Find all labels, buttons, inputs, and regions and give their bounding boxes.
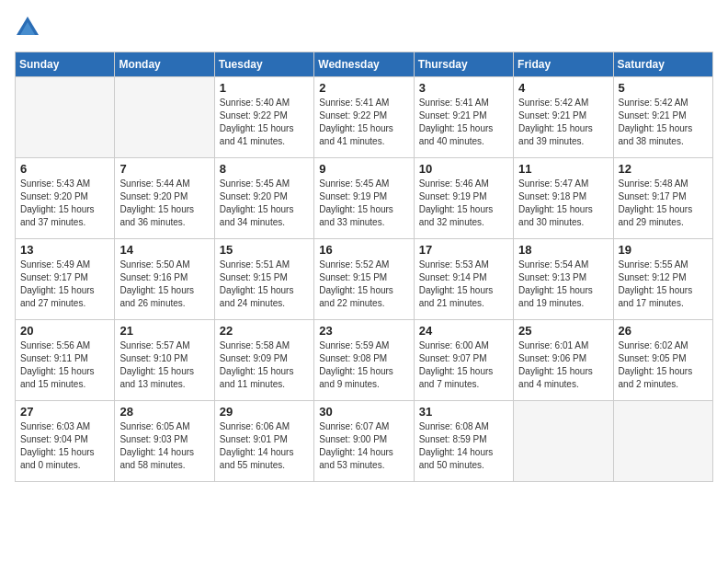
calendar-cell: 18Sunrise: 5:54 AM Sunset: 9:13 PM Dayli…: [514, 239, 613, 320]
day-number: 10: [419, 162, 508, 176]
weekday-header-sunday: Sunday: [16, 52, 115, 77]
day-info: Sunrise: 5:53 AM Sunset: 9:14 PM Dayligh…: [419, 259, 508, 310]
day-number: 5: [619, 81, 708, 95]
day-number: 3: [419, 81, 508, 95]
day-number: 30: [319, 405, 408, 419]
calendar-cell: 7Sunrise: 5:44 AM Sunset: 9:20 PM Daylig…: [115, 158, 214, 239]
day-info: Sunrise: 5:52 AM Sunset: 9:15 PM Dayligh…: [319, 259, 408, 310]
day-number: 22: [220, 324, 309, 338]
weekday-header-friday: Friday: [514, 52, 613, 77]
day-info: Sunrise: 5:58 AM Sunset: 9:09 PM Dayligh…: [220, 339, 309, 391]
day-info: Sunrise: 5:50 AM Sunset: 9:16 PM Dayligh…: [119, 259, 209, 310]
calendar-cell: 15Sunrise: 5:51 AM Sunset: 9:15 PM Dayli…: [214, 239, 313, 320]
day-info: Sunrise: 5:43 AM Sunset: 9:20 PM Dayligh…: [20, 178, 109, 229]
day-info: Sunrise: 6:07 AM Sunset: 9:00 PM Dayligh…: [319, 420, 408, 472]
day-number: 14: [119, 243, 209, 257]
day-number: 4: [518, 81, 608, 95]
day-info: Sunrise: 5:54 AM Sunset: 9:13 PM Dayligh…: [518, 259, 608, 310]
calendar-cell: 27Sunrise: 6:03 AM Sunset: 9:04 PM Dayli…: [16, 401, 115, 482]
calendar-cell: 9Sunrise: 5:45 AM Sunset: 9:19 PM Daylig…: [314, 158, 414, 239]
day-number: 16: [319, 243, 408, 257]
day-info: Sunrise: 6:00 AM Sunset: 9:07 PM Dayligh…: [419, 339, 508, 391]
week-row-2: 6Sunrise: 5:43 AM Sunset: 9:20 PM Daylig…: [16, 158, 713, 239]
day-number: 25: [518, 324, 608, 338]
week-row-3: 13Sunrise: 5:49 AM Sunset: 9:17 PM Dayli…: [16, 239, 713, 320]
day-number: 21: [119, 324, 209, 338]
calendar-cell: 23Sunrise: 5:59 AM Sunset: 9:08 PM Dayli…: [314, 320, 414, 401]
day-info: Sunrise: 5:40 AM Sunset: 9:22 PM Dayligh…: [220, 97, 309, 148]
day-number: 2: [319, 81, 408, 95]
day-number: 23: [319, 324, 408, 338]
calendar-cell: 19Sunrise: 5:55 AM Sunset: 9:12 PM Dayli…: [613, 239, 712, 320]
weekday-header-thursday: Thursday: [414, 52, 513, 77]
calendar-cell: 25Sunrise: 6:01 AM Sunset: 9:06 PM Dayli…: [514, 320, 613, 401]
weekday-header-wednesday: Wednesday: [314, 52, 414, 77]
day-info: Sunrise: 6:08 AM Sunset: 8:59 PM Dayligh…: [419, 420, 508, 472]
calendar-cell: 6Sunrise: 5:43 AM Sunset: 9:20 PM Daylig…: [16, 158, 115, 239]
calendar-cell: 2Sunrise: 5:41 AM Sunset: 9:22 PM Daylig…: [314, 77, 414, 158]
calendar-table: SundayMondayTuesdayWednesdayThursdayFrid…: [15, 52, 713, 482]
calendar-cell: [514, 401, 613, 482]
day-number: 8: [220, 162, 309, 176]
calendar-cell: [16, 77, 115, 158]
calendar-cell: 4Sunrise: 5:42 AM Sunset: 9:21 PM Daylig…: [514, 77, 613, 158]
calendar-cell: 24Sunrise: 6:00 AM Sunset: 9:07 PM Dayli…: [414, 320, 513, 401]
day-number: 15: [220, 243, 309, 257]
day-number: 9: [319, 162, 408, 176]
weekday-header-saturday: Saturday: [613, 52, 712, 77]
day-info: Sunrise: 5:59 AM Sunset: 9:08 PM Dayligh…: [319, 339, 408, 391]
calendar-cell: 8Sunrise: 5:45 AM Sunset: 9:20 PM Daylig…: [214, 158, 313, 239]
day-number: 31: [419, 405, 508, 419]
calendar-cell: 31Sunrise: 6:08 AM Sunset: 8:59 PM Dayli…: [414, 401, 513, 482]
day-info: Sunrise: 6:03 AM Sunset: 9:04 PM Dayligh…: [20, 420, 109, 472]
calendar-cell: [115, 77, 214, 158]
week-row-1: 1Sunrise: 5:40 AM Sunset: 9:22 PM Daylig…: [16, 77, 713, 158]
day-number: 11: [518, 162, 608, 176]
week-row-4: 20Sunrise: 5:56 AM Sunset: 9:11 PM Dayli…: [16, 320, 713, 401]
calendar-cell: 16Sunrise: 5:52 AM Sunset: 9:15 PM Dayli…: [314, 239, 414, 320]
day-info: Sunrise: 5:48 AM Sunset: 9:17 PM Dayligh…: [619, 178, 708, 229]
day-info: Sunrise: 5:55 AM Sunset: 9:12 PM Dayligh…: [619, 259, 708, 310]
calendar-cell: 21Sunrise: 5:57 AM Sunset: 9:10 PM Dayli…: [115, 320, 214, 401]
day-info: Sunrise: 5:41 AM Sunset: 9:21 PM Dayligh…: [419, 97, 508, 148]
calendar-cell: 13Sunrise: 5:49 AM Sunset: 9:17 PM Dayli…: [16, 239, 115, 320]
calendar-cell: 29Sunrise: 6:06 AM Sunset: 9:01 PM Dayli…: [214, 401, 313, 482]
day-info: Sunrise: 5:49 AM Sunset: 9:17 PM Dayligh…: [20, 259, 109, 310]
weekday-header-tuesday: Tuesday: [214, 52, 313, 77]
day-number: 17: [419, 243, 508, 257]
day-info: Sunrise: 5:56 AM Sunset: 9:11 PM Dayligh…: [20, 339, 109, 391]
logo-icon: [15, 15, 40, 40]
day-number: 28: [119, 405, 209, 419]
day-number: 6: [20, 162, 109, 176]
calendar-cell: 17Sunrise: 5:53 AM Sunset: 9:14 PM Dayli…: [414, 239, 513, 320]
calendar-cell: 14Sunrise: 5:50 AM Sunset: 9:16 PM Dayli…: [115, 239, 214, 320]
day-info: Sunrise: 5:45 AM Sunset: 9:20 PM Dayligh…: [220, 178, 309, 229]
calendar-cell: 26Sunrise: 6:02 AM Sunset: 9:05 PM Dayli…: [613, 320, 712, 401]
logo: [15, 15, 44, 40]
day-info: Sunrise: 6:02 AM Sunset: 9:05 PM Dayligh…: [619, 339, 708, 391]
day-number: 13: [20, 243, 109, 257]
day-info: Sunrise: 6:05 AM Sunset: 9:03 PM Dayligh…: [119, 420, 209, 472]
calendar-cell: 10Sunrise: 5:46 AM Sunset: 9:19 PM Dayli…: [414, 158, 513, 239]
week-row-5: 27Sunrise: 6:03 AM Sunset: 9:04 PM Dayli…: [16, 401, 713, 482]
day-info: Sunrise: 6:06 AM Sunset: 9:01 PM Dayligh…: [220, 420, 309, 472]
day-info: Sunrise: 5:45 AM Sunset: 9:19 PM Dayligh…: [319, 178, 408, 229]
day-info: Sunrise: 5:42 AM Sunset: 9:21 PM Dayligh…: [518, 97, 608, 148]
calendar-cell: 1Sunrise: 5:40 AM Sunset: 9:22 PM Daylig…: [214, 77, 313, 158]
day-info: Sunrise: 5:44 AM Sunset: 9:20 PM Dayligh…: [119, 178, 209, 229]
calendar-cell: [613, 401, 712, 482]
day-info: Sunrise: 5:46 AM Sunset: 9:19 PM Dayligh…: [419, 178, 508, 229]
day-number: 7: [119, 162, 209, 176]
day-info: Sunrise: 5:57 AM Sunset: 9:10 PM Dayligh…: [119, 339, 209, 391]
day-number: 24: [419, 324, 508, 338]
day-number: 20: [20, 324, 109, 338]
calendar-cell: 28Sunrise: 6:05 AM Sunset: 9:03 PM Dayli…: [115, 401, 214, 482]
day-info: Sunrise: 5:47 AM Sunset: 9:18 PM Dayligh…: [518, 178, 608, 229]
day-number: 27: [20, 405, 109, 419]
day-number: 12: [619, 162, 708, 176]
day-info: Sunrise: 5:41 AM Sunset: 9:22 PM Dayligh…: [319, 97, 408, 148]
day-info: Sunrise: 5:42 AM Sunset: 9:21 PM Dayligh…: [619, 97, 708, 148]
day-number: 19: [619, 243, 708, 257]
day-number: 1: [220, 81, 309, 95]
weekday-header-row: SundayMondayTuesdayWednesdayThursdayFrid…: [16, 52, 713, 77]
